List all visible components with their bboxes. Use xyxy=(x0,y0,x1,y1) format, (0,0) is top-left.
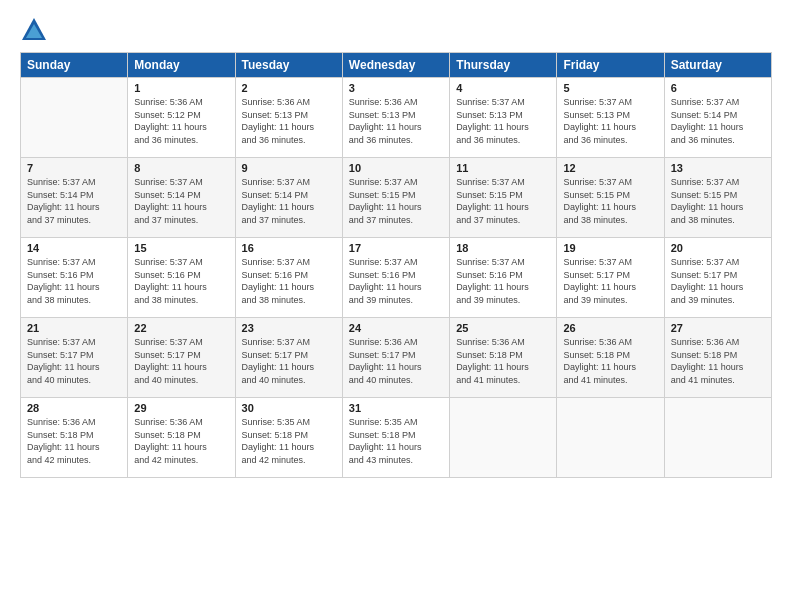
logo xyxy=(20,16,52,44)
day-info: Sunrise: 5:36 AM Sunset: 5:18 PM Dayligh… xyxy=(563,336,657,386)
day-info: Sunrise: 5:37 AM Sunset: 5:14 PM Dayligh… xyxy=(671,96,765,146)
day-info: Sunrise: 5:36 AM Sunset: 5:18 PM Dayligh… xyxy=(27,416,121,466)
day-number: 16 xyxy=(242,242,336,254)
calendar-cell: 16Sunrise: 5:37 AM Sunset: 5:16 PM Dayli… xyxy=(235,238,342,318)
day-info: Sunrise: 5:37 AM Sunset: 5:16 PM Dayligh… xyxy=(242,256,336,306)
calendar-cell: 24Sunrise: 5:36 AM Sunset: 5:17 PM Dayli… xyxy=(342,318,449,398)
day-info: Sunrise: 5:36 AM Sunset: 5:18 PM Dayligh… xyxy=(456,336,550,386)
calendar-cell: 20Sunrise: 5:37 AM Sunset: 5:17 PM Dayli… xyxy=(664,238,771,318)
day-number: 8 xyxy=(134,162,228,174)
calendar-week-row: 1Sunrise: 5:36 AM Sunset: 5:12 PM Daylig… xyxy=(21,78,772,158)
day-number: 6 xyxy=(671,82,765,94)
weekday-header: Sunday xyxy=(21,53,128,78)
day-number: 4 xyxy=(456,82,550,94)
calendar-week-row: 21Sunrise: 5:37 AM Sunset: 5:17 PM Dayli… xyxy=(21,318,772,398)
calendar-cell: 19Sunrise: 5:37 AM Sunset: 5:17 PM Dayli… xyxy=(557,238,664,318)
calendar-cell: 9Sunrise: 5:37 AM Sunset: 5:14 PM Daylig… xyxy=(235,158,342,238)
day-number: 30 xyxy=(242,402,336,414)
day-info: Sunrise: 5:37 AM Sunset: 5:15 PM Dayligh… xyxy=(671,176,765,226)
day-number: 14 xyxy=(27,242,121,254)
calendar-cell: 10Sunrise: 5:37 AM Sunset: 5:15 PM Dayli… xyxy=(342,158,449,238)
day-number: 28 xyxy=(27,402,121,414)
calendar-cell: 23Sunrise: 5:37 AM Sunset: 5:17 PM Dayli… xyxy=(235,318,342,398)
calendar-cell: 25Sunrise: 5:36 AM Sunset: 5:18 PM Dayli… xyxy=(450,318,557,398)
day-info: Sunrise: 5:36 AM Sunset: 5:13 PM Dayligh… xyxy=(242,96,336,146)
day-number: 5 xyxy=(563,82,657,94)
calendar-cell: 11Sunrise: 5:37 AM Sunset: 5:15 PM Dayli… xyxy=(450,158,557,238)
day-info: Sunrise: 5:36 AM Sunset: 5:13 PM Dayligh… xyxy=(349,96,443,146)
day-info: Sunrise: 5:36 AM Sunset: 5:18 PM Dayligh… xyxy=(671,336,765,386)
calendar-cell: 7Sunrise: 5:37 AM Sunset: 5:14 PM Daylig… xyxy=(21,158,128,238)
day-number: 2 xyxy=(242,82,336,94)
calendar-cell: 27Sunrise: 5:36 AM Sunset: 5:18 PM Dayli… xyxy=(664,318,771,398)
day-info: Sunrise: 5:37 AM Sunset: 5:14 PM Dayligh… xyxy=(27,176,121,226)
header-row: SundayMondayTuesdayWednesdayThursdayFrid… xyxy=(21,53,772,78)
day-info: Sunrise: 5:37 AM Sunset: 5:17 PM Dayligh… xyxy=(27,336,121,386)
day-number: 17 xyxy=(349,242,443,254)
day-number: 21 xyxy=(27,322,121,334)
calendar-cell: 18Sunrise: 5:37 AM Sunset: 5:16 PM Dayli… xyxy=(450,238,557,318)
day-number: 27 xyxy=(671,322,765,334)
day-info: Sunrise: 5:37 AM Sunset: 5:15 PM Dayligh… xyxy=(563,176,657,226)
day-number: 20 xyxy=(671,242,765,254)
day-info: Sunrise: 5:37 AM Sunset: 5:14 PM Dayligh… xyxy=(134,176,228,226)
calendar-cell xyxy=(557,398,664,478)
calendar-cell: 13Sunrise: 5:37 AM Sunset: 5:15 PM Dayli… xyxy=(664,158,771,238)
weekday-header: Thursday xyxy=(450,53,557,78)
calendar-cell: 29Sunrise: 5:36 AM Sunset: 5:18 PM Dayli… xyxy=(128,398,235,478)
day-number: 31 xyxy=(349,402,443,414)
day-info: Sunrise: 5:35 AM Sunset: 5:18 PM Dayligh… xyxy=(242,416,336,466)
day-info: Sunrise: 5:36 AM Sunset: 5:12 PM Dayligh… xyxy=(134,96,228,146)
calendar-week-row: 14Sunrise: 5:37 AM Sunset: 5:16 PM Dayli… xyxy=(21,238,772,318)
weekday-header: Tuesday xyxy=(235,53,342,78)
calendar-cell xyxy=(664,398,771,478)
calendar-cell: 2Sunrise: 5:36 AM Sunset: 5:13 PM Daylig… xyxy=(235,78,342,158)
calendar-cell: 12Sunrise: 5:37 AM Sunset: 5:15 PM Dayli… xyxy=(557,158,664,238)
calendar-cell: 30Sunrise: 5:35 AM Sunset: 5:18 PM Dayli… xyxy=(235,398,342,478)
day-info: Sunrise: 5:37 AM Sunset: 5:16 PM Dayligh… xyxy=(456,256,550,306)
day-info: Sunrise: 5:37 AM Sunset: 5:17 PM Dayligh… xyxy=(134,336,228,386)
calendar-cell xyxy=(450,398,557,478)
day-number: 26 xyxy=(563,322,657,334)
day-number: 9 xyxy=(242,162,336,174)
calendar-cell: 3Sunrise: 5:36 AM Sunset: 5:13 PM Daylig… xyxy=(342,78,449,158)
day-info: Sunrise: 5:37 AM Sunset: 5:16 PM Dayligh… xyxy=(134,256,228,306)
day-info: Sunrise: 5:37 AM Sunset: 5:13 PM Dayligh… xyxy=(456,96,550,146)
calendar-table: SundayMondayTuesdayWednesdayThursdayFrid… xyxy=(20,52,772,478)
calendar-cell: 1Sunrise: 5:36 AM Sunset: 5:12 PM Daylig… xyxy=(128,78,235,158)
calendar-cell: 4Sunrise: 5:37 AM Sunset: 5:13 PM Daylig… xyxy=(450,78,557,158)
calendar-cell: 31Sunrise: 5:35 AM Sunset: 5:18 PM Dayli… xyxy=(342,398,449,478)
calendar-cell: 15Sunrise: 5:37 AM Sunset: 5:16 PM Dayli… xyxy=(128,238,235,318)
calendar-cell: 17Sunrise: 5:37 AM Sunset: 5:16 PM Dayli… xyxy=(342,238,449,318)
day-number: 25 xyxy=(456,322,550,334)
weekday-header: Wednesday xyxy=(342,53,449,78)
day-number: 1 xyxy=(134,82,228,94)
calendar-week-row: 7Sunrise: 5:37 AM Sunset: 5:14 PM Daylig… xyxy=(21,158,772,238)
day-number: 11 xyxy=(456,162,550,174)
day-info: Sunrise: 5:35 AM Sunset: 5:18 PM Dayligh… xyxy=(349,416,443,466)
day-number: 19 xyxy=(563,242,657,254)
calendar-cell: 14Sunrise: 5:37 AM Sunset: 5:16 PM Dayli… xyxy=(21,238,128,318)
day-info: Sunrise: 5:36 AM Sunset: 5:18 PM Dayligh… xyxy=(134,416,228,466)
day-info: Sunrise: 5:37 AM Sunset: 5:16 PM Dayligh… xyxy=(349,256,443,306)
day-number: 24 xyxy=(349,322,443,334)
calendar-cell: 26Sunrise: 5:36 AM Sunset: 5:18 PM Dayli… xyxy=(557,318,664,398)
day-info: Sunrise: 5:36 AM Sunset: 5:17 PM Dayligh… xyxy=(349,336,443,386)
page: SundayMondayTuesdayWednesdayThursdayFrid… xyxy=(0,0,792,612)
calendar-cell: 8Sunrise: 5:37 AM Sunset: 5:14 PM Daylig… xyxy=(128,158,235,238)
logo-icon xyxy=(20,16,48,44)
day-info: Sunrise: 5:37 AM Sunset: 5:17 PM Dayligh… xyxy=(563,256,657,306)
calendar-cell: 28Sunrise: 5:36 AM Sunset: 5:18 PM Dayli… xyxy=(21,398,128,478)
calendar-week-row: 28Sunrise: 5:36 AM Sunset: 5:18 PM Dayli… xyxy=(21,398,772,478)
header xyxy=(20,16,772,44)
day-number: 15 xyxy=(134,242,228,254)
day-info: Sunrise: 5:37 AM Sunset: 5:17 PM Dayligh… xyxy=(242,336,336,386)
day-number: 13 xyxy=(671,162,765,174)
day-number: 22 xyxy=(134,322,228,334)
weekday-header: Monday xyxy=(128,53,235,78)
day-info: Sunrise: 5:37 AM Sunset: 5:15 PM Dayligh… xyxy=(456,176,550,226)
day-number: 29 xyxy=(134,402,228,414)
weekday-header: Friday xyxy=(557,53,664,78)
calendar-cell: 5Sunrise: 5:37 AM Sunset: 5:13 PM Daylig… xyxy=(557,78,664,158)
calendar-cell xyxy=(21,78,128,158)
